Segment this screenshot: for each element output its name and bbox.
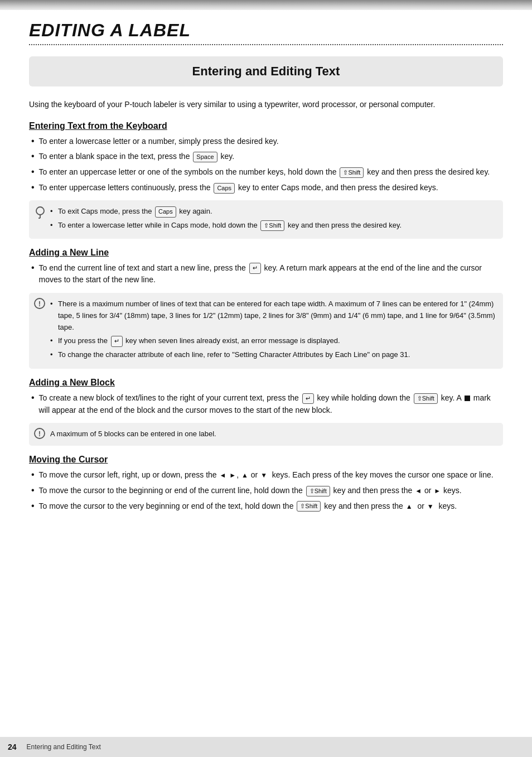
subsection-entering-text-heading: Entering Text from the Keyboard	[29, 121, 503, 131]
info-list-item: There is a maximum number of lines of te…	[50, 298, 495, 333]
note-list-item: To exit Caps mode, press the Caps key ag…	[50, 206, 495, 217]
top-decorative-bar	[0, 0, 532, 10]
bullet-text: To enter an uppercase letter or one of t…	[39, 166, 490, 179]
return-key-badge3: ↵	[302, 393, 314, 404]
info-list-item: If you press the ↵ key when seven lines …	[50, 335, 495, 347]
footer-label: Entering and Editing Text	[27, 743, 101, 751]
arrow-left: ◄	[220, 470, 226, 481]
new-line-info-box: ! There is a maximum number of lines of …	[29, 293, 503, 369]
note-circle-icon	[35, 206, 46, 217]
space-key-badge: Space	[193, 152, 217, 162]
new-line-bullets: To end the current line of text and star…	[29, 262, 503, 286]
section-header-box: Entering and Editing Text	[29, 56, 503, 86]
exclaim-icon2: !	[33, 427, 46, 443]
bullet-text: To move the cursor to the very beginning…	[39, 500, 457, 513]
bullet-item: To create a new block of text/lines to t…	[29, 392, 503, 416]
return-key-badge2: ↵	[111, 336, 123, 347]
shift-key-badge5: ⇧Shift	[297, 501, 321, 512]
svg-text:!: !	[38, 300, 41, 308]
page-number: 24	[8, 742, 17, 751]
bullet-text: To move the cursor left, right, up or do…	[39, 469, 494, 481]
arrow-left2: ◄	[415, 486, 422, 496]
shift-key-badge2: ⇧Shift	[260, 220, 284, 231]
page-footer: 24 Entering and Editing Text	[0, 737, 532, 757]
shift-key-badge: ⇧Shift	[340, 167, 364, 178]
arrow-right: ►	[229, 470, 236, 481]
subsection-new-line-heading: Adding a New Line	[29, 248, 503, 258]
arrow-right2: ►	[434, 486, 441, 496]
exclaim-icon: !	[33, 297, 46, 314]
bullet-item: To move the cursor to the beginning or e…	[29, 485, 503, 497]
bullet-item: To enter a lowercase letter or a number,…	[29, 136, 503, 148]
arrow-down: ▼	[260, 470, 267, 481]
shift-key-badge3: ⇧Shift	[414, 393, 438, 404]
arrow-up2: ▲	[406, 502, 413, 512]
svg-text:!: !	[38, 430, 41, 438]
shift-key-badge4: ⇧Shift	[306, 486, 330, 496]
intro-paragraph: Using the keyboard of your P-touch label…	[29, 99, 503, 111]
caps-note-list: To exit Caps mode, press the Caps key ag…	[50, 206, 495, 230]
bullet-text: To end the current line of text and star…	[39, 262, 503, 286]
caps-key-badge: Caps	[214, 183, 235, 194]
bullet-text: To enter a lowercase letter or a number,…	[39, 136, 279, 148]
return-key-badge: ↵	[249, 263, 261, 273]
note-list-item: To enter a lowercase letter while in Cap…	[50, 220, 495, 231]
subsection-new-block-heading: Adding a New Block	[29, 378, 503, 388]
bullet-text: To enter a blank space in the text, pres…	[39, 151, 234, 163]
block-note-text: A maximum of 5 blocks can be entered in …	[50, 430, 216, 438]
page-title-section: EDITING A LABEL	[29, 20, 503, 45]
bullet-item: To move the cursor left, right, up or do…	[29, 469, 503, 481]
info-list: There is a maximum number of lines of te…	[50, 298, 495, 361]
subsection-moving-cursor-heading: Moving the Cursor	[29, 455, 503, 465]
caps-key-badge2: Caps	[155, 206, 176, 217]
entering-text-bullets: To enter a lowercase letter or a number,…	[29, 136, 503, 194]
bullet-item: To enter an uppercase letter or one of t…	[29, 166, 503, 179]
bullet-text: To move the cursor to the beginning or e…	[39, 485, 462, 497]
svg-point-0	[36, 207, 44, 215]
page-content: EDITING A LABEL Entering and Editing Tex…	[0, 10, 532, 541]
section-title: Entering and Editing Text	[40, 64, 492, 79]
bullet-item: To end the current line of text and star…	[29, 262, 503, 286]
new-block-bullets: To create a new block of text/lines to t…	[29, 392, 503, 416]
page-title: EDITING A LABEL	[29, 20, 503, 41]
bullet-item: To move the cursor to the very beginning…	[29, 500, 503, 513]
moving-cursor-bullets: To move the cursor left, right, up or do…	[29, 469, 503, 512]
caps-note-box: To exit Caps mode, press the Caps key ag…	[29, 200, 503, 238]
bullet-item: To enter uppercase letters continuously,…	[29, 182, 503, 194]
bullet-item: To enter a blank space in the text, pres…	[29, 151, 503, 163]
block-note-box: ! A maximum of 5 blocks can be entered i…	[29, 423, 503, 446]
bullet-text: To create a new block of text/lines to t…	[39, 392, 503, 416]
info-list-item: To change the character attribute of eac…	[50, 349, 495, 361]
block-mark-symbol	[465, 396, 470, 401]
bullet-text: To enter uppercase letters continuously,…	[39, 182, 438, 194]
arrow-down2: ▼	[427, 502, 434, 512]
arrow-up: ▲	[241, 470, 248, 481]
